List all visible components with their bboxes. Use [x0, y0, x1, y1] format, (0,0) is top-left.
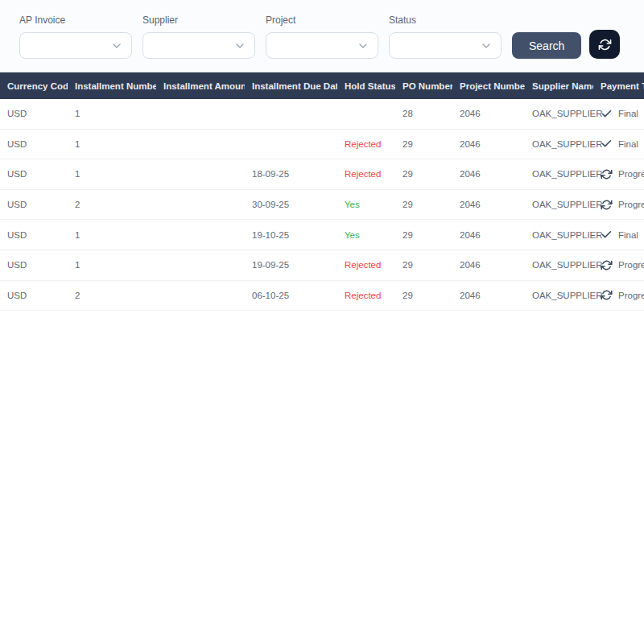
- cell-installment-due-date: 30-09-25: [245, 189, 337, 220]
- ap-invoice-select[interactable]: [19, 32, 132, 59]
- cell-installment-due-date: 19-09-25: [245, 250, 337, 280]
- payment-type-label: Final: [618, 139, 638, 149]
- cell-installment-due-date: [245, 129, 337, 159]
- supplier-label: Supplier: [142, 14, 255, 26]
- sync-icon: [601, 168, 613, 180]
- col-header-installment-amount: Installment Amount: [156, 72, 245, 99]
- cell-hold-status: Yes: [337, 220, 395, 250]
- filter-bar: AP Invoice Supplier Project Status Searc…: [0, 0, 644, 72]
- cell-payment-type: Progress: [593, 280, 644, 311]
- cell-currency-code: USD: [0, 250, 68, 280]
- cell-supplier-name: OAK_SUPPLIER: [525, 159, 593, 190]
- col-header-hold-status: Hold Status: [337, 72, 395, 99]
- cell-hold-status: Rejected: [337, 250, 395, 280]
- check-icon: [601, 108, 613, 120]
- cell-installment-number: 1: [68, 99, 156, 129]
- cell-payment-type: Final: [593, 99, 644, 129]
- chevron-down-icon: [357, 39, 369, 52]
- refresh-icon: [598, 38, 612, 52]
- cell-payment-type: Final: [593, 220, 644, 250]
- col-header-installment-due-date: Installment Due Date: [245, 72, 337, 99]
- cell-installment-due-date: 06-10-25: [245, 280, 337, 311]
- installments-table-grid: Currency Code Installment Number Install…: [0, 72, 644, 311]
- cell-po-number: 28: [395, 99, 452, 129]
- cell-installment-number: 1: [68, 159, 156, 190]
- cell-supplier-name: OAK_SUPPLIER: [525, 250, 593, 280]
- cell-installment-number: 2: [68, 280, 156, 311]
- cell-installment-amount: [156, 250, 245, 280]
- status-select[interactable]: [389, 32, 502, 59]
- cell-payment-type: Final: [593, 129, 644, 159]
- cell-hold-status: Rejected: [337, 129, 395, 159]
- cell-supplier-name: OAK_SUPPLIER: [525, 189, 593, 220]
- cell-payment-type: Progress: [593, 159, 644, 190]
- cell-hold-status: Yes: [337, 189, 395, 220]
- chevron-down-icon: [480, 39, 493, 52]
- cell-po-number: 29: [395, 250, 452, 280]
- cell-installment-due-date: [245, 99, 337, 129]
- chevron-down-icon: [110, 39, 123, 52]
- cell-installment-amount: [156, 220, 245, 250]
- cell-project-number: 2046: [452, 99, 525, 129]
- cell-installment-due-date: 19-10-25: [245, 220, 337, 250]
- payment-type-label: Progress: [618, 169, 644, 179]
- col-header-payment-type: Payment Type: [593, 72, 644, 99]
- col-header-installment-number: Installment Number: [68, 72, 156, 99]
- refresh-button[interactable]: [589, 30, 620, 59]
- cell-currency-code: USD: [0, 220, 68, 250]
- cell-installment-due-date: 18-09-25: [245, 159, 337, 190]
- cell-currency-code: USD: [0, 129, 68, 159]
- search-button[interactable]: Search: [512, 32, 581, 59]
- supplier-select[interactable]: [142, 32, 255, 59]
- table-row[interactable]: USD 2 30-09-25 Yes 29 2046 OAK_SUPPLIER …: [0, 189, 644, 220]
- table-row[interactable]: USD 1 28 2046 OAK_SUPPLIER Final: [0, 99, 644, 129]
- col-header-currency-code: Currency Code: [0, 72, 68, 99]
- installments-table: Currency Code Installment Number Install…: [0, 72, 644, 311]
- cell-installment-amount: [156, 99, 245, 129]
- cell-po-number: 29: [395, 159, 452, 190]
- cell-po-number: 29: [395, 220, 452, 250]
- cell-payment-type: Progress: [593, 189, 644, 220]
- cell-installment-number: 2: [68, 189, 156, 220]
- cell-hold-status: Rejected: [337, 159, 395, 190]
- table-row[interactable]: USD 1 Rejected 29 2046 OAK_SUPPLIER Fina…: [0, 129, 644, 159]
- table-row[interactable]: USD 1 19-09-25 Rejected 29 2046 OAK_SUPP…: [0, 250, 644, 280]
- cell-installment-number: 1: [68, 220, 156, 250]
- col-header-supplier-name: Supplier Name: [525, 72, 593, 99]
- cell-hold-status: Rejected: [337, 280, 395, 311]
- check-icon: [601, 138, 613, 150]
- cell-po-number: 29: [395, 189, 452, 220]
- project-label: Project: [266, 14, 378, 26]
- payment-type-label: Final: [618, 230, 638, 240]
- sync-icon: [601, 259, 613, 271]
- payment-type-label: Progress: [618, 260, 644, 270]
- filter-field-supplier: Supplier: [142, 14, 255, 59]
- filter-field-project: Project: [266, 14, 378, 59]
- cell-project-number: 2046: [452, 189, 525, 220]
- table-row[interactable]: USD 1 18-09-25 Rejected 29 2046 OAK_SUPP…: [0, 159, 644, 190]
- cell-supplier-name: OAK_SUPPLIER: [525, 99, 593, 129]
- project-select[interactable]: [266, 32, 378, 59]
- ap-invoice-label: AP Invoice: [19, 14, 132, 26]
- sync-icon: [601, 289, 613, 301]
- col-header-project-number: Project Number: [452, 72, 525, 99]
- cell-project-number: 2046: [452, 159, 525, 190]
- cell-installment-amount: [156, 129, 245, 159]
- payment-type-label: Final: [618, 109, 638, 118]
- cell-hold-status: [337, 99, 395, 129]
- cell-currency-code: USD: [0, 189, 68, 220]
- cell-payment-type: Progress: [593, 250, 644, 280]
- cell-supplier-name: OAK_SUPPLIER: [525, 280, 593, 311]
- cell-currency-code: USD: [0, 280, 68, 311]
- payment-type-label: Progress: [618, 291, 644, 300]
- cell-currency-code: USD: [0, 99, 68, 129]
- cell-installment-number: 1: [68, 250, 156, 280]
- cell-supplier-name: OAK_SUPPLIER: [525, 129, 593, 159]
- cell-supplier-name: OAK_SUPPLIER: [525, 220, 593, 250]
- cell-po-number: 29: [395, 129, 452, 159]
- check-icon: [601, 229, 613, 241]
- cell-installment-amount: [156, 159, 245, 190]
- table-row[interactable]: USD 1 19-10-25 Yes 29 2046 OAK_SUPPLIER …: [0, 220, 644, 250]
- table-header: Currency Code Installment Number Install…: [0, 72, 644, 99]
- table-row[interactable]: USD 2 06-10-25 Rejected 29 2046 OAK_SUPP…: [0, 280, 644, 311]
